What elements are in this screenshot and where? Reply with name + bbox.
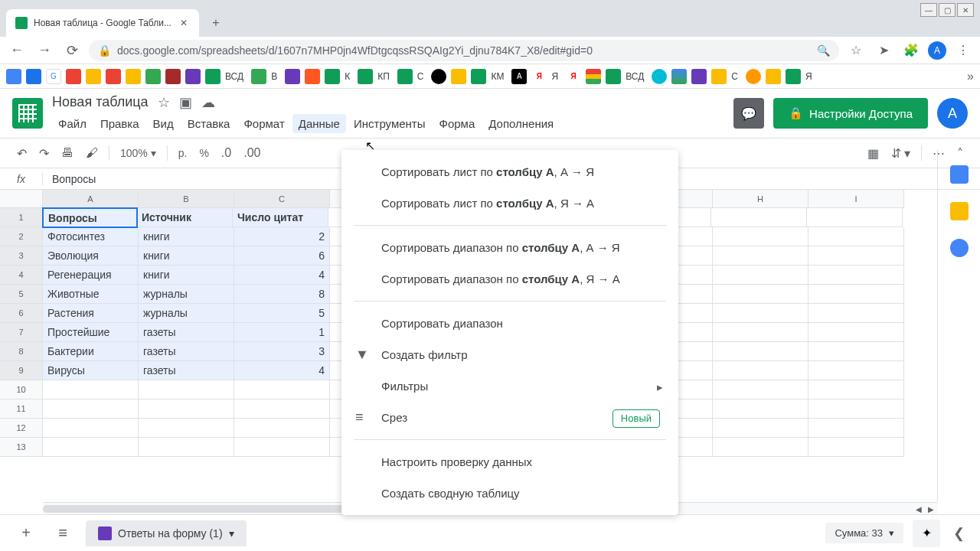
cell[interactable]	[808, 342, 904, 361]
cell[interactable]	[234, 399, 330, 419]
bookmark-item[interactable]	[786, 69, 801, 84]
comments-button[interactable]: 💬	[733, 98, 764, 129]
cell[interactable]: Источник	[137, 208, 233, 227]
row-header[interactable]: 8	[0, 342, 43, 361]
side-panel-toggle[interactable]: ❮	[949, 525, 968, 542]
cell[interactable]	[807, 208, 903, 227]
bookmark-item[interactable]	[325, 69, 340, 84]
menu-data-validation[interactable]: Настроить проверку данных	[341, 446, 678, 478]
star-icon[interactable]: ☆	[158, 94, 170, 111]
bookmark-item[interactable]	[671, 69, 687, 84]
menu-pivot-table[interactable]: Создать сводную таблицу	[341, 478, 678, 509]
zoom-indicator-icon[interactable]: 🔍	[817, 44, 830, 57]
bookmark-item[interactable]	[305, 69, 320, 84]
row-header[interactable]: 5	[0, 285, 43, 304]
tab-close-icon[interactable]: ✕	[178, 17, 190, 29]
cell[interactable]	[713, 399, 808, 419]
cell[interactable]	[808, 323, 904, 342]
cell[interactable]: 2	[234, 227, 330, 246]
bookmark-item[interactable]	[431, 69, 446, 84]
bookmark-item[interactable]	[66, 69, 81, 84]
scroll-left-icon[interactable]: ◀	[913, 503, 925, 515]
bookmark-label[interactable]: С	[417, 71, 424, 82]
menu-файл[interactable]: Файл	[52, 114, 93, 133]
row-header[interactable]: 7	[0, 323, 43, 342]
keep-icon[interactable]	[950, 202, 969, 220]
cell[interactable]	[713, 266, 808, 285]
select-all-corner[interactable]	[0, 190, 43, 208]
all-sheets-button[interactable]: ≡	[49, 520, 77, 547]
row-header[interactable]: 9	[0, 361, 43, 380]
cell[interactable]	[808, 246, 904, 266]
quicksum-display[interactable]: Сумма: 33▾	[825, 523, 903, 543]
cell[interactable]	[234, 438, 330, 457]
cell[interactable]: газеты	[139, 342, 234, 361]
cell[interactable]: 4	[234, 266, 330, 285]
bookmark-item[interactable]	[251, 69, 266, 84]
bookmark-item[interactable]: Я	[566, 69, 581, 84]
menu-вид[interactable]: Вид	[147, 114, 180, 133]
bookmark-item[interactable]	[358, 69, 373, 84]
borders-button[interactable]: ▦	[863, 143, 884, 164]
calendar-icon[interactable]	[950, 165, 969, 184]
cell[interactable]: газеты	[139, 361, 234, 380]
cell[interactable]: Вирусы	[43, 361, 139, 380]
row-header[interactable]: 11	[0, 399, 43, 419]
column-header[interactable]: A	[43, 190, 139, 208]
account-avatar[interactable]: A	[937, 98, 968, 129]
cell[interactable]	[43, 438, 139, 457]
cell[interactable]	[808, 266, 904, 285]
new-tab-button[interactable]: +	[205, 12, 227, 34]
cell[interactable]: книги	[139, 266, 234, 285]
cell[interactable]	[713, 342, 808, 361]
menu-sort-range-desc[interactable]: Сортировать диапазон по столбцу A, Я → А	[341, 263, 678, 295]
share-button[interactable]: 🔒 Настройки Доступа	[773, 98, 928, 129]
back-button[interactable]: ←	[6, 40, 28, 61]
row-header[interactable]: 13	[0, 438, 43, 457]
cell[interactable]: Простейшие	[43, 323, 139, 342]
bookmark-item[interactable]	[145, 69, 161, 84]
cell[interactable]	[139, 380, 234, 399]
paint-format-button[interactable]: 🖌	[81, 143, 103, 163]
print-button[interactable]: 🖶	[57, 143, 78, 163]
cell[interactable]	[713, 227, 808, 246]
cell[interactable]: Число цитат	[233, 208, 328, 227]
menu-вставка[interactable]: Вставка	[181, 114, 237, 133]
cell[interactable]	[713, 419, 808, 438]
menu-sort-range[interactable]: Сортировать диапазон	[341, 308, 678, 339]
cell[interactable]: книги	[139, 246, 234, 266]
menu-форма[interactable]: Форма	[433, 114, 482, 133]
menu-filters[interactable]: Фильтры ▸	[341, 370, 678, 402]
move-icon[interactable]: ▣	[179, 94, 192, 111]
cell[interactable]: Регенерация	[43, 266, 139, 285]
row-header[interactable]: 10	[0, 380, 43, 399]
reload-button[interactable]: ⟳	[61, 40, 83, 61]
menu-slice[interactable]: ≡ Срез Новый	[341, 402, 678, 433]
cell[interactable]: 6	[234, 246, 330, 266]
row-header[interactable]: 4	[0, 266, 43, 285]
bookmark-label[interactable]: Я	[551, 71, 558, 82]
redo-button[interactable]: ↷	[34, 143, 54, 164]
bookmark-item[interactable]	[86, 69, 101, 84]
bookmark-item[interactable]	[6, 69, 21, 84]
percent-button[interactable]: %	[194, 147, 213, 159]
window-minimize[interactable]: —	[920, 3, 937, 17]
cloud-status-icon[interactable]: ☁	[201, 94, 215, 111]
bookmark-label[interactable]: К	[345, 71, 350, 82]
cell[interactable]	[234, 380, 330, 399]
cell[interactable]	[713, 323, 808, 342]
sheets-logo[interactable]	[12, 98, 43, 129]
cell[interactable]	[139, 399, 234, 419]
column-header[interactable]: B	[139, 190, 234, 208]
bookmark-item[interactable]	[165, 69, 181, 84]
bookmark-item[interactable]	[185, 69, 201, 84]
chrome-menu-icon[interactable]: ⋮	[952, 40, 974, 61]
cell[interactable]	[808, 399, 904, 419]
bookmark-item[interactable]	[711, 69, 727, 84]
menu-данные[interactable]: Данные	[292, 114, 346, 133]
cell[interactable]	[713, 285, 808, 304]
row-header[interactable]: 2	[0, 227, 43, 246]
column-header[interactable]: I	[808, 190, 904, 208]
sheet-tab[interactable]: Ответы на форму (1) ▾	[86, 520, 247, 546]
cell[interactable]	[43, 419, 139, 438]
